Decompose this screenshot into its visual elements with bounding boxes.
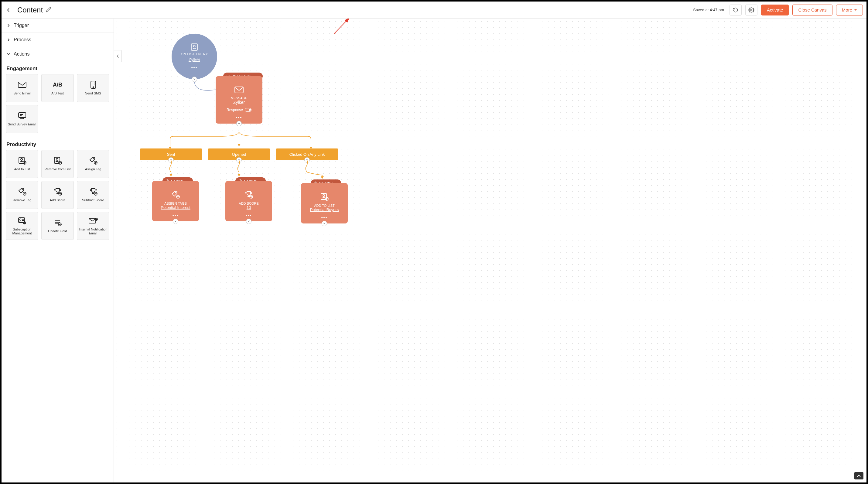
tag-remove-icon bbox=[18, 188, 26, 196]
chevron-down-icon bbox=[238, 159, 241, 162]
node-port[interactable] bbox=[173, 219, 178, 224]
notif-email-icon bbox=[89, 217, 98, 224]
canvas[interactable]: ON LIST ENTRY Zylker ••• Wait for 1 day … bbox=[114, 19, 866, 482]
subscription-icon bbox=[18, 217, 26, 224]
more-dots-icon[interactable]: ••• bbox=[225, 213, 272, 218]
branch-clicked[interactable]: Clicked On Any Link bbox=[276, 149, 338, 160]
node-port[interactable] bbox=[236, 157, 242, 163]
node-trigger[interactable]: ON LIST ENTRY Zylker ••• bbox=[172, 34, 217, 79]
svg-point-0 bbox=[751, 9, 752, 11]
main: Trigger Process Actions Engagement Send … bbox=[2, 19, 866, 482]
tile-update-field[interactable]: Update Field bbox=[41, 212, 74, 240]
collapse-sidebar-button[interactable] bbox=[114, 50, 122, 62]
branch-sent[interactable]: Sent bbox=[140, 149, 202, 160]
chevron-up-icon bbox=[857, 474, 861, 477]
action-title: ASSIGN TAGS bbox=[152, 202, 199, 205]
caret-down-icon bbox=[854, 8, 857, 11]
svg-point-20 bbox=[58, 223, 61, 226]
node-port[interactable] bbox=[246, 219, 251, 224]
chevron-down-icon bbox=[193, 78, 196, 81]
node-port[interactable] bbox=[322, 221, 327, 226]
svg-point-13 bbox=[22, 189, 23, 190]
sidebar: Trigger Process Actions Engagement Send … bbox=[2, 19, 114, 482]
svg-point-11 bbox=[93, 158, 94, 159]
survey-icon bbox=[18, 112, 26, 119]
action-value: Potential Buyers bbox=[301, 207, 348, 212]
node-message[interactable]: MESSAGE Zylker Response ••• bbox=[216, 76, 262, 124]
settings-button[interactable] bbox=[745, 5, 757, 15]
more-dots-icon[interactable]: ••• bbox=[301, 215, 348, 220]
node-add-to-list[interactable]: ADD TO LIST Potential Buyers ••• bbox=[301, 183, 348, 224]
header: Content Saved at 4:47 pm Activate Close … bbox=[2, 2, 866, 19]
close-canvas-button[interactable]: Close Canvas bbox=[793, 5, 832, 15]
tag-add-icon bbox=[171, 191, 180, 199]
svg-point-30 bbox=[323, 195, 325, 196]
tile-ab-test[interactable]: A/B A/B Test bbox=[41, 74, 74, 102]
node-port[interactable] bbox=[236, 121, 242, 126]
action-title: ADD SCORE bbox=[225, 202, 272, 205]
page-title: Content bbox=[17, 6, 43, 14]
more-dots-icon[interactable]: ••• bbox=[191, 65, 198, 70]
accordion-label: Process bbox=[14, 37, 31, 42]
node-port[interactable] bbox=[192, 76, 197, 82]
accordion-process[interactable]: Process bbox=[2, 33, 114, 47]
section-head-productivity: Productivity bbox=[2, 137, 114, 150]
svg-point-24 bbox=[193, 45, 195, 47]
refresh-icon bbox=[733, 7, 738, 13]
contact-icon bbox=[190, 43, 198, 51]
productivity-grid: Add to List Remove from List Assign Tag … bbox=[2, 150, 114, 244]
svg-rect-4 bbox=[19, 112, 26, 118]
edit-title-button[interactable] bbox=[46, 7, 53, 13]
connector-line bbox=[305, 160, 329, 180]
svg-point-9 bbox=[56, 159, 58, 160]
tile-add-to-list[interactable]: Add to List bbox=[6, 150, 38, 178]
toggle-icon bbox=[245, 108, 251, 112]
node-add-score[interactable]: ADD SCORE 10 ••• bbox=[225, 181, 272, 221]
tile-remove-tag[interactable]: Remove Tag bbox=[6, 181, 38, 209]
pencil-icon bbox=[46, 7, 52, 13]
tile-subtract-score[interactable]: Subtract Score bbox=[77, 181, 109, 209]
branch-opened[interactable]: Opened bbox=[208, 149, 270, 160]
engagement-grid: Send Email A/B A/B Test Send SMS Send Su… bbox=[2, 74, 114, 137]
back-button[interactable] bbox=[5, 6, 14, 14]
tile-remove-from-list[interactable]: Remove from List bbox=[41, 150, 74, 178]
svg-point-26 bbox=[176, 192, 177, 193]
more-dots-icon[interactable]: ••• bbox=[152, 213, 199, 218]
tile-add-score[interactable]: Add Score bbox=[41, 181, 74, 209]
more-button[interactable]: More bbox=[836, 5, 863, 15]
callout-arrow-icon bbox=[333, 19, 354, 37]
chevron-down-icon bbox=[323, 222, 326, 225]
refresh-button[interactable] bbox=[730, 5, 742, 15]
accordion-label: Actions bbox=[14, 51, 29, 57]
mail-icon bbox=[235, 87, 244, 93]
tile-send-sms[interactable]: Send SMS bbox=[77, 74, 109, 102]
trigger-value: Zylker bbox=[189, 57, 200, 62]
title-wrap: Content bbox=[17, 6, 53, 14]
activate-button[interactable]: Activate bbox=[761, 5, 789, 15]
ab-glyph-icon: A/B bbox=[53, 80, 62, 89]
tile-send-survey-email[interactable]: Send Survey Email bbox=[6, 105, 38, 133]
message-value: Zylker bbox=[216, 100, 262, 105]
chevron-down-icon bbox=[238, 122, 241, 125]
node-port[interactable] bbox=[168, 157, 174, 163]
tile-subscription-management[interactable]: Subscription Management bbox=[6, 212, 38, 240]
tile-send-email[interactable]: Send Email bbox=[6, 74, 38, 102]
connector-line bbox=[140, 127, 340, 152]
accordion-actions[interactable]: Actions bbox=[2, 47, 114, 61]
chevron-down-icon bbox=[247, 220, 250, 223]
response-toggle[interactable]: Response bbox=[216, 108, 262, 112]
scroll-top-button[interactable] bbox=[854, 472, 863, 479]
svg-point-18 bbox=[20, 219, 21, 220]
chevron-left-icon bbox=[116, 54, 119, 58]
accordion-trigger[interactable]: Trigger bbox=[2, 19, 114, 33]
update-field-icon bbox=[54, 219, 62, 226]
tile-assign-tag[interactable]: Assign Tag bbox=[77, 150, 109, 178]
tag-add-icon bbox=[89, 157, 97, 165]
node-port[interactable] bbox=[304, 157, 310, 163]
list-add-icon bbox=[320, 193, 329, 201]
more-dots-icon[interactable]: ••• bbox=[216, 115, 262, 120]
node-assign-tags[interactable]: ASSIGN TAGS Potential Interest ••• bbox=[152, 181, 199, 221]
chevron-right-icon bbox=[7, 24, 10, 27]
tile-internal-notification-email[interactable]: Internal Notification Email bbox=[77, 212, 109, 240]
action-value: 10 bbox=[225, 205, 272, 210]
